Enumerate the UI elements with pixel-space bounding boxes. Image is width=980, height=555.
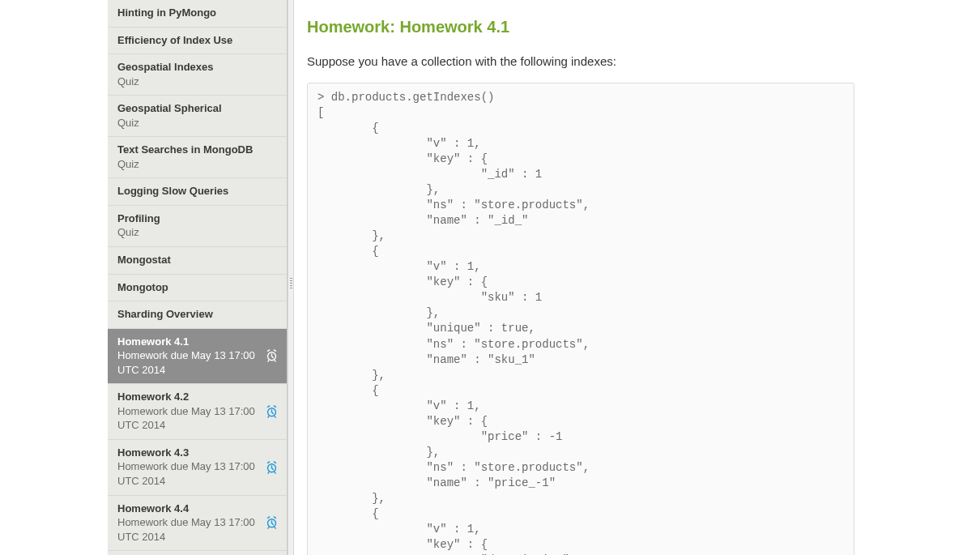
sidebar-item-subtitle: Quiz: [117, 157, 277, 172]
sidebar-item-3[interactable]: Geospatial SphericalQuiz: [108, 96, 287, 137]
sidebar-item-1[interactable]: Efficiency of Index Use: [108, 28, 287, 55]
sidebar-item-6[interactable]: ProfilingQuiz: [108, 206, 287, 247]
clock-icon: [265, 460, 279, 474]
sidebar-item-4[interactable]: Text Searches in MongoDBQuiz: [108, 137, 287, 178]
main-content: Homework: Homework 4.1 Suppose you have …: [294, 0, 980, 555]
sidebar-item-title: Homework 4.4: [117, 502, 277, 516]
sidebar-item-subtitle: Homework due May 13 17:00 UTC 2014: [117, 515, 277, 544]
sidebar-item-title: Efficiency of Index Use: [117, 33, 277, 48]
resizer-handle[interactable]: [288, 0, 294, 555]
sidebar-item-title: Homework 4.3: [117, 446, 277, 460]
sidebar-item-title: Profiling: [117, 211, 277, 226]
sidebar-wrap: Hinting in PyMongoEfficiency of Index Us…: [0, 0, 288, 555]
sidebar-item-title: Homework 4.2: [117, 390, 277, 404]
sidebar-item-12[interactable]: Homework 4.3Homework due May 13 17:00 UT…: [108, 440, 287, 496]
course-sidebar[interactable]: Hinting in PyMongoEfficiency of Index Us…: [108, 0, 288, 555]
sidebar-item-title: Geospatial Spherical: [117, 101, 277, 116]
clock-icon: [265, 349, 279, 363]
sidebar-item-subtitle: Homework due May 13 17:00 UTC 2014: [117, 459, 277, 488]
sidebar-item-7[interactable]: Mongostat: [108, 247, 287, 275]
sidebar-item-subtitle: Quiz: [117, 225, 277, 240]
sidebar-item-subtitle: Homework due May 13 17:00 UTC 2014: [117, 348, 277, 377]
code-block: > db.products.getIndexes() [ { "v" : 1, …: [307, 83, 854, 555]
sidebar-item-title: Text Searches in MongoDB: [117, 143, 277, 157]
sidebar-item-title: Geospatial Indexes: [117, 60, 277, 75]
sidebar-item-5[interactable]: Logging Slow Queries: [108, 178, 287, 206]
sidebar-item-8[interactable]: Mongotop: [108, 275, 287, 302]
sidebar-item-13[interactable]: Homework 4.4Homework due May 13 17:00 UT…: [108, 496, 287, 552]
sidebar-item-title: Mongostat: [117, 253, 277, 267]
sidebar-item-title: Sharding Overview: [117, 307, 277, 322]
sidebar-gutter: [0, 0, 108, 555]
sidebar-item-9[interactable]: Sharding Overview: [108, 301, 287, 329]
sidebar-item-0[interactable]: Hinting in PyMongo: [108, 0, 287, 28]
page-heading: Homework: Homework 4.1: [307, 18, 980, 36]
sidebar-item-subtitle: Quiz: [117, 116, 277, 130]
sidebar-item-title: Logging Slow Queries: [117, 184, 277, 199]
sidebar-item-2[interactable]: Geospatial IndexesQuiz: [108, 54, 287, 96]
app-layout: Hinting in PyMongoEfficiency of Index Us…: [0, 0, 980, 555]
sidebar-item-title: Hinting in PyMongo: [117, 6, 277, 20]
lead-text: Suppose you have a collection with the f…: [307, 54, 980, 68]
sidebar-item-subtitle: Quiz: [117, 75, 277, 89]
clock-icon: [265, 405, 279, 419]
clock-icon: [265, 516, 279, 530]
sidebar-item-title: Homework 4.1: [117, 335, 277, 349]
sidebar-item-title: Mongotop: [117, 280, 277, 295]
sidebar-item-subtitle: Homework due May 13 17:00 UTC 2014: [117, 404, 277, 433]
sidebar-item-11[interactable]: Homework 4.2Homework due May 13 17:00 UT…: [108, 384, 287, 440]
sidebar-item-10[interactable]: Homework 4.1Homework due May 13 17:00 UT…: [108, 329, 287, 385]
